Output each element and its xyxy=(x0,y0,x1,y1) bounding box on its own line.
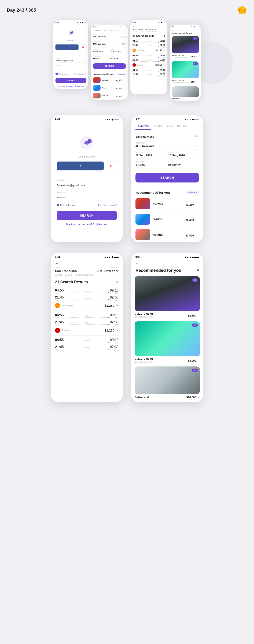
tab-hotel[interactable]: HOTEL xyxy=(114,28,122,32)
facebook-icon-lg: f xyxy=(80,164,81,168)
france-arrow-lg[interactable]: → xyxy=(196,218,199,221)
card-arrow-3-lg[interactable]: → xyxy=(197,396,200,399)
tab-train[interactable]: TRAIN xyxy=(102,28,108,32)
phone-search-small: 9:41 ▲▲▲ ◆ ▬▬ FLIGHTS TRAIN BUS HOTEL Or… xyxy=(91,24,128,100)
login-instantly-label: Login instantly xyxy=(66,40,76,41)
airline-logo-1: JA xyxy=(132,49,136,52)
card-dest-2-lg: Iceland - 6D 5N xyxy=(134,358,154,361)
back-arrow-lg-4[interactable]: ← xyxy=(136,262,139,266)
remember-me-lg: Remember me xyxy=(57,204,76,206)
forgot-password-link[interactable]: Forgot password? xyxy=(74,73,86,75)
price-arrow-1-lg[interactable]: → xyxy=(116,304,118,307)
section-large-mockups: 9:41 ▲▲▲ ◆ ▬▬ Login instantly f G or xyxy=(0,109,254,249)
route-meta-lg: 12 Sep - 15 Sep 1 Adult, Economy xyxy=(55,274,118,276)
status-bar-2: 9:41 ▲▲▲ ◆ ▬▬ xyxy=(91,24,128,28)
search-button-lg[interactable]: SEARCH xyxy=(57,211,117,220)
dur3b-lg: 5h 25m xyxy=(64,347,109,349)
origin-label-sm: Origin xyxy=(93,34,126,35)
password-input-lg[interactable] xyxy=(57,194,117,201)
register-prompt: Don't have an account? Register now xyxy=(58,85,84,87)
dep-code-1: SFO xyxy=(132,42,138,44)
tab-train-lg[interactable]: TRAIN xyxy=(151,122,164,130)
ret-value-sm: 15 Sep, 2018 xyxy=(110,50,126,54)
card-arrow-2-lg[interactable]: → xyxy=(197,359,200,362)
line2b-lg: 5h 25m xyxy=(64,322,109,325)
iceland-arrow-sm[interactable]: → xyxy=(123,94,126,98)
price-arrow-1[interactable]: → xyxy=(163,49,165,52)
france-price-sm: $2,499 xyxy=(116,88,122,90)
dest-label-sm: Destination xyxy=(93,41,126,42)
status-bar: 9:41 ▲▲▲ ◆ ▬▬ xyxy=(53,20,88,24)
tab-bus-lg[interactable]: BUS xyxy=(164,122,174,130)
facebook-button[interactable]: f xyxy=(56,44,78,50)
iceland-arrow-lg[interactable]: → xyxy=(196,233,199,236)
back-arrow-4[interactable]: ← xyxy=(172,29,174,31)
flight-2-lg: 04:55 SFO 4h 25m 09:10 JFK 21:45 SFO xyxy=(51,311,123,336)
flight-3-row2: 21:45 JFK 5h 25m 02:30 SFO xyxy=(132,73,165,77)
norway-price-wrap-lg: from $1,250 xyxy=(186,201,194,206)
dep-c3-lg: SFO xyxy=(55,342,64,344)
status-bar-lg-4: 9:41 ▲▲▲ ◆ ▬▬ xyxy=(131,253,203,259)
results-header-sm: ← San Francisco JFK, New York 12 Sep - 1… xyxy=(130,24,168,33)
email-input[interactable] xyxy=(56,59,86,63)
france-thumb-lg xyxy=(136,214,150,224)
card-arrow-1-lg[interactable]: → xyxy=(197,314,200,317)
back-arrow-lg[interactable]: ← xyxy=(55,262,118,265)
forgot-password-lg[interactable]: Forgot password? xyxy=(98,204,117,206)
card-badge-3-lg: 9.1 xyxy=(192,368,198,372)
card-price-1-sm: $2,250 → xyxy=(191,56,199,58)
card-iceland-1-sm: 9.1 Iceland - 6D 5N Complete Guided Tour… xyxy=(172,36,199,60)
remember-checkbox[interactable] xyxy=(56,72,58,75)
search-btn-lg[interactable]: SEARCH xyxy=(136,173,199,182)
tab-hotel-lg[interactable]: HOTEL xyxy=(174,122,188,130)
signal-icons-4: ▲▲▲ ◆ ▬▬ xyxy=(189,26,198,28)
france-arrow-sm[interactable]: → xyxy=(123,86,126,90)
signal-icons-2: ▲▲▲ ◆ ▬▬ xyxy=(116,26,126,28)
price-arrow-2[interactable]: → xyxy=(163,64,165,66)
view-all-btn-lg[interactable]: VIEW ALL xyxy=(186,190,199,194)
view-all-btn-sm[interactable]: VIEW ALL xyxy=(117,73,126,75)
card-info-3-lg: Switzerland $10,000 → xyxy=(134,394,200,400)
filter-icon-sm[interactable]: ≡ xyxy=(164,34,165,38)
register-link-text-lg[interactable]: Register now xyxy=(93,223,108,226)
dep-code-2: SFO xyxy=(132,57,138,58)
password-label: Password xyxy=(56,65,62,66)
password-input[interactable] xyxy=(56,66,86,70)
back-arrow-sm[interactable]: ← xyxy=(132,25,165,28)
tab-flights-lg[interactable]: FLIGHTS xyxy=(136,122,151,130)
remember-checkbox-lg[interactable] xyxy=(57,204,59,206)
filter-icon-lg[interactable]: ≡ xyxy=(116,280,118,284)
card-img-2-sm: 9.1 xyxy=(172,61,199,78)
tab-flights[interactable]: FLIGHTS xyxy=(92,28,102,32)
tabs-row: FLIGHTS TRAIN BUS HOTEL xyxy=(92,28,126,32)
facebook-button-lg[interactable]: f xyxy=(57,162,104,170)
f3-row1-lg: 04:55 SFO 4h 25m 09:10 JFK xyxy=(55,338,118,344)
search-btn-sm[interactable]: SEARCH xyxy=(93,63,126,69)
result-count-sm: 21 Search Results xyxy=(132,34,154,38)
time-lg-4: 9:41 xyxy=(136,256,140,258)
results-title-row-sm: 21 Search Results ≡ xyxy=(130,33,168,39)
card-tour-1-sm: Complete Guided Tour xyxy=(172,56,191,59)
email-input-lg[interactable] xyxy=(57,182,117,189)
price-arrow-2-lg[interactable]: → xyxy=(116,328,118,332)
norway-arrow-sm[interactable]: → xyxy=(123,78,126,82)
arr-code-1: JFK xyxy=(160,42,165,44)
norway-arrow-lg[interactable]: → xyxy=(196,202,199,205)
filter-icon-cards-lg[interactable]: ≡ xyxy=(197,268,199,273)
origin-field-label-lg: Origin xyxy=(55,266,77,269)
register-link-text[interactable]: Register now xyxy=(75,85,84,87)
google-button[interactable]: G xyxy=(80,44,86,50)
rec-item-france-lg: France from $2,499 → xyxy=(131,212,203,227)
time-2: 9:41 xyxy=(93,26,96,28)
rec-item-norway-lg: Norway from $1,250 → xyxy=(131,196,203,212)
flight-1-sm: 04:55 SFO 4h 25m 09:10 JFK 21:45 xyxy=(130,39,168,53)
iceland-name-lg: Iceland xyxy=(152,233,183,236)
f1-row1-lg: 04:55 SFO 4h 25m 09:10 JFK xyxy=(55,288,118,295)
or-divider-lg: or xyxy=(86,174,88,177)
arr-c1b-lg: SFO xyxy=(110,299,118,302)
origin-label-lg: Origin xyxy=(136,132,199,135)
search-button[interactable]: SEARCH xyxy=(56,78,86,83)
tab-bus[interactable]: BUS xyxy=(108,28,114,32)
france-from-lg: from xyxy=(186,216,194,218)
google-button-lg[interactable]: G xyxy=(106,162,117,170)
